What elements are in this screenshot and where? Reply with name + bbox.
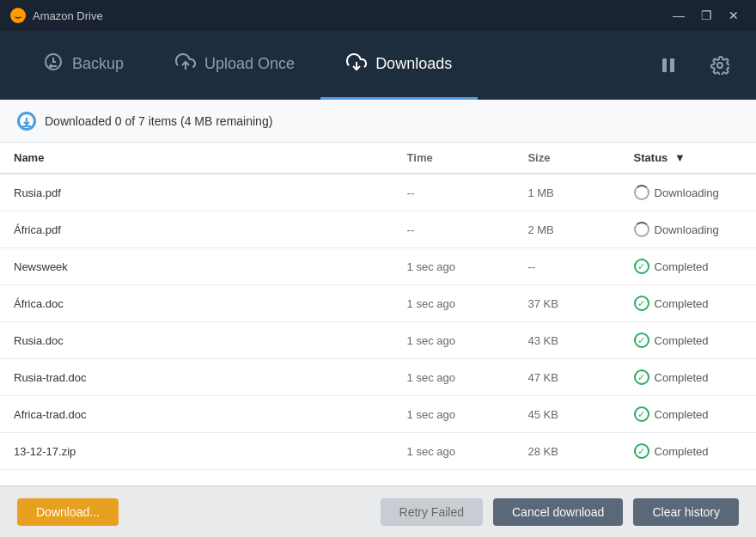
status-label: Completed <box>655 334 709 347</box>
retry-failed-button: Retry Failed <box>381 498 483 526</box>
svg-point-7 <box>717 63 722 68</box>
cell-name: Newsweek <box>0 248 393 285</box>
cell-size: 2 MB <box>514 211 619 248</box>
tab-downloads-label: Downloads <box>375 55 452 73</box>
close-button[interactable]: ✕ <box>722 7 746 24</box>
status-label: Completed <box>655 371 709 384</box>
cell-name: Africa-trad.doc <box>0 396 393 433</box>
completed-icon: ✓ <box>634 406 649 422</box>
cell-status: ✓Completed <box>620 322 756 359</box>
status-label: Completed <box>655 408 709 421</box>
cell-name: África.pdf <box>0 211 393 248</box>
table-row: África.pdf--2 MBDownloading <box>0 211 756 248</box>
status-label: Completed <box>655 445 709 458</box>
cell-time: 1 sec ago <box>393 322 515 359</box>
downloading-icon <box>634 222 649 237</box>
cell-time: 1 sec ago <box>393 433 515 470</box>
cell-name: Rusia.pdf <box>0 174 393 211</box>
app-icon <box>10 8 26 23</box>
cell-size: 28 KB <box>514 433 619 470</box>
cell-time: 1 sec ago <box>393 396 515 433</box>
svg-point-0 <box>13 10 23 21</box>
cancel-download-button[interactable]: Cancel download <box>493 498 623 526</box>
cell-size: 43 KB <box>514 322 619 359</box>
downloading-icon <box>634 185 649 200</box>
tab-backup[interactable]: Backup <box>17 31 149 100</box>
navbar: Backup Upload Once Downloads <box>0 31 756 100</box>
table-row: Rusia-trad.doc1 sec ago47 KB✓Completed <box>0 359 756 396</box>
content-area: Downloaded 0 of 7 items (4 MB remaining)… <box>0 100 756 485</box>
cell-size: 1 MB <box>514 174 619 211</box>
table-row: 13-12-17.zip1 sec ago28 KB✓Completed <box>0 433 756 470</box>
titlebar: Amazon Drive — ❐ ✕ <box>0 0 756 31</box>
table-row: Newsweek1 sec ago--✓Completed <box>0 248 756 285</box>
cell-time: -- <box>393 211 515 248</box>
minimize-button[interactable]: — <box>667 7 691 24</box>
upload-icon <box>175 52 196 77</box>
tab-downloads[interactable]: Downloads <box>320 31 478 100</box>
restore-button[interactable]: ❐ <box>694 7 718 24</box>
cell-size: -- <box>514 248 619 285</box>
table-row: Rusia.doc1 sec ago43 KB✓Completed <box>0 322 756 359</box>
cell-name: 13-12-17.zip <box>0 433 393 470</box>
completed-icon: ✓ <box>634 443 649 459</box>
tab-upload-once-label: Upload Once <box>204 55 295 73</box>
settings-button[interactable] <box>701 46 739 84</box>
cell-status: Downloading <box>620 174 756 211</box>
col-header-name: Name <box>0 143 393 174</box>
pause-button[interactable] <box>649 46 687 84</box>
svg-rect-5 <box>662 58 667 72</box>
cell-status: ✓Completed <box>620 248 756 285</box>
col-header-size: Size <box>514 143 619 174</box>
col-header-time: Time <box>393 143 515 174</box>
tab-upload-once[interactable]: Upload Once <box>149 31 320 100</box>
svg-rect-6 <box>670 58 674 72</box>
nav-actions <box>649 46 739 84</box>
table-row: África.doc1 sec ago37 KB✓Completed <box>0 285 756 322</box>
download-icon <box>346 52 367 77</box>
status-bar: Downloaded 0 of 7 items (4 MB remaining) <box>0 100 756 143</box>
cell-name: África.doc <box>0 285 393 322</box>
col-header-status[interactable]: Status ▼ <box>620 143 756 174</box>
completed-icon: ✓ <box>634 296 649 311</box>
table-row: Rusia.pdf--1 MBDownloading <box>0 174 756 211</box>
cell-time: -- <box>393 174 515 211</box>
cell-name: Rusia.doc <box>0 322 393 359</box>
cell-size: 37 KB <box>514 285 619 322</box>
downloads-table: Name Time Size Status ▼ Rusia.pdf--1 <box>0 143 756 470</box>
app-title: Amazon Drive <box>33 9 667 22</box>
cell-status: ✓Completed <box>620 396 756 433</box>
cell-time: 1 sec ago <box>393 285 515 322</box>
cell-status: ✓Completed <box>620 433 756 470</box>
download-button[interactable]: Download... <box>17 498 119 526</box>
clear-history-button[interactable]: Clear history <box>633 498 739 526</box>
cell-time: 1 sec ago <box>393 359 515 396</box>
backup-icon <box>43 52 64 77</box>
sort-icon: ▼ <box>674 151 686 164</box>
status-label: Downloading <box>655 186 719 199</box>
table-header: Name Time Size Status ▼ <box>0 143 756 174</box>
completed-icon: ✓ <box>634 369 649 385</box>
cell-time: 1 sec ago <box>393 248 515 285</box>
status-text: Downloaded 0 of 7 items (4 MB remaining) <box>45 114 272 128</box>
cell-size: 47 KB <box>514 359 619 396</box>
window-controls: — ❐ ✕ <box>667 7 746 24</box>
cell-status: Downloading <box>620 211 756 248</box>
status-label: Downloading <box>655 223 719 236</box>
cell-status: ✓Completed <box>620 359 756 396</box>
tab-backup-label: Backup <box>72 55 124 73</box>
footer: Download... Retry Failed Cancel download… <box>0 485 756 537</box>
completed-icon: ✓ <box>634 333 649 348</box>
table-row: Africa-trad.doc1 sec ago45 KB✓Completed <box>0 396 756 433</box>
completed-icon: ✓ <box>634 259 649 274</box>
cell-status: ✓Completed <box>620 285 756 322</box>
cell-size: 45 KB <box>514 396 619 433</box>
status-download-icon <box>17 112 36 131</box>
status-label: Completed <box>655 297 709 310</box>
cell-name: Rusia-trad.doc <box>0 359 393 396</box>
status-label: Completed <box>655 260 709 273</box>
